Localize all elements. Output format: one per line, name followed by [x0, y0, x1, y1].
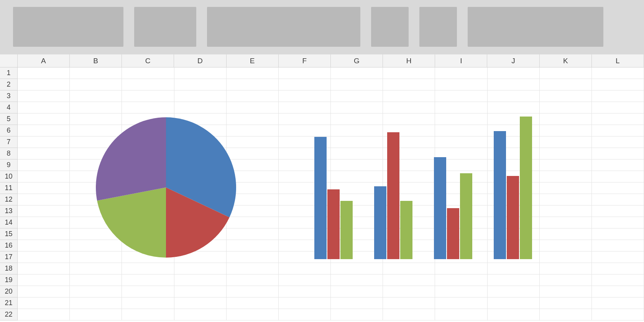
cell-K4[interactable]: [540, 102, 592, 113]
column-header-H[interactable]: H: [383, 54, 435, 67]
cell-G3[interactable]: [331, 90, 383, 102]
cell-J4[interactable]: [488, 102, 540, 113]
cell-E4[interactable]: [227, 102, 279, 113]
cell-C3[interactable]: [122, 90, 174, 102]
cell-D3[interactable]: [174, 90, 227, 102]
cell-F20[interactable]: [279, 286, 331, 297]
cell-E22[interactable]: [227, 309, 279, 320]
cell-A16[interactable]: [18, 240, 70, 251]
row-header-5[interactable]: 5: [0, 113, 18, 125]
row-header-11[interactable]: 11: [0, 182, 18, 194]
row-header-2[interactable]: 2: [0, 79, 18, 90]
cell-A19[interactable]: [18, 274, 70, 286]
row-header-15[interactable]: 15: [0, 228, 18, 240]
cell-H20[interactable]: [383, 286, 435, 297]
cell-L19[interactable]: [592, 274, 644, 286]
cell-L22[interactable]: [592, 309, 644, 320]
bar-chart[interactable]: [314, 113, 540, 259]
cell-K17[interactable]: [540, 251, 592, 263]
cell-L5[interactable]: [592, 113, 644, 125]
cell-I19[interactable]: [435, 274, 487, 286]
cell-F22[interactable]: [279, 309, 331, 320]
column-header-E[interactable]: E: [227, 54, 279, 67]
cell-L4[interactable]: [592, 102, 644, 113]
cell-A1[interactable]: [18, 67, 70, 79]
cell-A12[interactable]: [18, 194, 70, 205]
cell-K22[interactable]: [540, 309, 592, 320]
row-header-1[interactable]: 1: [0, 67, 18, 79]
cell-K2[interactable]: [540, 79, 592, 90]
row-header-10[interactable]: 10: [0, 171, 18, 182]
row-header-17[interactable]: 17: [0, 251, 18, 263]
cell-G21[interactable]: [331, 297, 383, 309]
cell-C22[interactable]: [122, 309, 174, 320]
cell-B19[interactable]: [70, 274, 122, 286]
cell-J19[interactable]: [488, 274, 540, 286]
column-header-G[interactable]: G: [331, 54, 383, 67]
cell-F4[interactable]: [279, 102, 331, 113]
column-header-F[interactable]: F: [279, 54, 331, 67]
cell-F18[interactable]: [279, 263, 331, 274]
cell-F1[interactable]: [279, 67, 331, 79]
cell-H22[interactable]: [383, 309, 435, 320]
cell-L9[interactable]: [592, 159, 644, 171]
cell-D4[interactable]: [174, 102, 227, 113]
row-header-13[interactable]: 13: [0, 205, 18, 217]
cell-C19[interactable]: [122, 274, 174, 286]
pie-chart[interactable]: [96, 117, 236, 258]
column-header-K[interactable]: K: [540, 54, 592, 67]
cell-E1[interactable]: [227, 67, 279, 79]
row-header-9[interactable]: 9: [0, 159, 18, 171]
cell-G4[interactable]: [331, 102, 383, 113]
cell-K10[interactable]: [540, 171, 592, 182]
ribbon-group-1[interactable]: [13, 7, 123, 47]
cell-F3[interactable]: [279, 90, 331, 102]
cell-B21[interactable]: [70, 297, 122, 309]
cell-E18[interactable]: [227, 263, 279, 274]
cell-K13[interactable]: [540, 205, 592, 217]
ribbon-group-4[interactable]: [371, 7, 409, 47]
cell-A13[interactable]: [18, 205, 70, 217]
cell-A11[interactable]: [18, 182, 70, 194]
row-header-22[interactable]: 22: [0, 309, 18, 320]
cell-H18[interactable]: [383, 263, 435, 274]
row-header-8[interactable]: 8: [0, 148, 18, 159]
cell-B4[interactable]: [70, 102, 122, 113]
row-header-21[interactable]: 21: [0, 297, 18, 309]
cell-C1[interactable]: [122, 67, 174, 79]
column-header-C[interactable]: C: [122, 54, 174, 67]
cell-L1[interactable]: [592, 67, 644, 79]
row-header-16[interactable]: 16: [0, 240, 18, 251]
cell-K18[interactable]: [540, 263, 592, 274]
cell-K5[interactable]: [540, 113, 592, 125]
cell-D19[interactable]: [174, 274, 227, 286]
cell-I21[interactable]: [435, 297, 487, 309]
ribbon-group-2[interactable]: [134, 7, 196, 47]
cell-E2[interactable]: [227, 79, 279, 90]
cell-K21[interactable]: [540, 297, 592, 309]
cell-L8[interactable]: [592, 148, 644, 159]
cell-B1[interactable]: [70, 67, 122, 79]
cell-G22[interactable]: [331, 309, 383, 320]
cell-I4[interactable]: [435, 102, 487, 113]
cell-D20[interactable]: [174, 286, 227, 297]
cell-J22[interactable]: [488, 309, 540, 320]
cell-I3[interactable]: [435, 90, 487, 102]
cell-K19[interactable]: [540, 274, 592, 286]
cell-L20[interactable]: [592, 286, 644, 297]
cell-B22[interactable]: [70, 309, 122, 320]
cell-A7[interactable]: [18, 136, 70, 148]
cell-I22[interactable]: [435, 309, 487, 320]
cell-C20[interactable]: [122, 286, 174, 297]
row-header-12[interactable]: 12: [0, 194, 18, 205]
cell-J18[interactable]: [488, 263, 540, 274]
cell-D1[interactable]: [174, 67, 227, 79]
cell-L3[interactable]: [592, 90, 644, 102]
cell-C2[interactable]: [122, 79, 174, 90]
cell-K20[interactable]: [540, 286, 592, 297]
cell-K7[interactable]: [540, 136, 592, 148]
cell-I20[interactable]: [435, 286, 487, 297]
cell-G18[interactable]: [331, 263, 383, 274]
cell-L21[interactable]: [592, 297, 644, 309]
cell-L14[interactable]: [592, 217, 644, 228]
